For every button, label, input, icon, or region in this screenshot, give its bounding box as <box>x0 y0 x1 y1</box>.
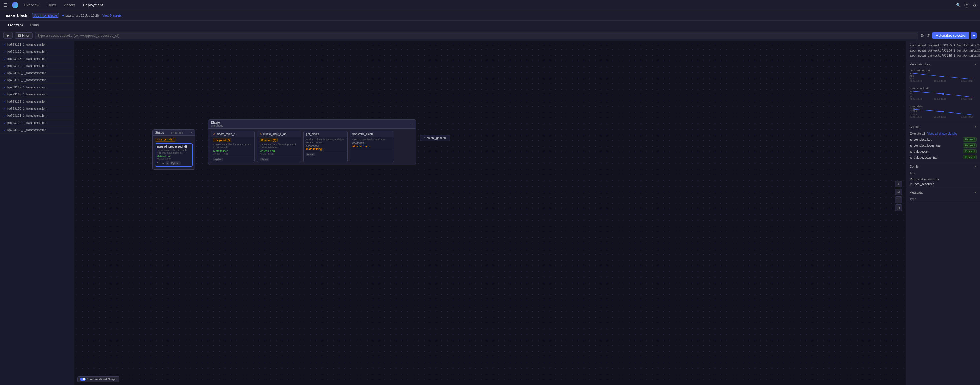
check-status-1: Passed <box>963 143 977 148</box>
search-input[interactable] <box>35 32 918 39</box>
check-row-2: is_unique.key Passed <box>906 148 980 154</box>
view-assets-link[interactable]: View 5 assets <box>102 14 122 17</box>
num-sequences-label: num_sequences <box>906 68 980 72</box>
list-item[interactable]: ↗ kp793112_1_transformation <box>0 48 74 55</box>
asset-name: kp793121_1_transformation <box>7 114 46 117</box>
blaster-nodes: ⚠ create_fasta_n Unsynced (2) Create fas… <box>208 129 416 165</box>
svg-text:20 Jul, 10:29: 20 Jul, 10:29 <box>961 98 974 100</box>
list-item[interactable]: ↗ kp793116_1_transformation <box>0 76 74 84</box>
metadata-type-key: Type <box>910 197 916 201</box>
svg-text:20 Jul, 10:29: 20 Jul, 10:29 <box>934 98 946 100</box>
selected-node-card[interactable]: append_processed_df Keep track of the ge… <box>155 143 192 167</box>
tab-runs[interactable]: Runs <box>27 21 42 30</box>
rows-data-section: rows_data 20 Jul, 10:29 20 Jul, 10:29 20… <box>906 104 980 122</box>
tab-overview[interactable]: Overview <box>5 21 27 30</box>
nav-assets[interactable]: Assets <box>63 3 76 7</box>
check-status-2: Passed <box>963 149 977 153</box>
run-button[interactable]: ▶ <box>3 32 13 39</box>
checks-title: Checks <box>910 125 920 129</box>
toggle-icon <box>80 378 86 381</box>
list-item[interactable]: ↗ kp793111_1_transformation <box>0 41 74 48</box>
refresh-icon[interactable]: ↺ <box>926 33 930 38</box>
checks-header[interactable]: Checks ▾ <box>906 123 980 131</box>
required-resources-subsection: Required resources ◎ local_resource <box>906 176 980 188</box>
svg-text:20 Jul, 10:29: 20 Jul, 10:29 <box>910 80 922 82</box>
metadata-plots-section: Metadata plots ▾ num_sequences 20 Jul, 1… <box>906 60 980 123</box>
hamburger-icon[interactable]: ☰ <box>3 2 7 8</box>
search-icon[interactable]: 🔍 <box>956 3 961 7</box>
node-get-blastn[interactable]: get_blastn Perform blastn between availa… <box>304 131 348 162</box>
lang-get-blastn: Blastn <box>306 153 315 156</box>
list-item[interactable]: ↗ kp793118_1_transformation <box>0 91 74 98</box>
list-item[interactable]: ↗ kp793123_1_transformation <box>0 126 74 134</box>
check-status-3: Passed <box>963 155 977 159</box>
page-title: make_blastn <box>5 13 29 18</box>
view-all-checks-link[interactable]: View all check details <box>927 132 957 135</box>
node-body-fasta: Unsynced (2) Create fasta files for ever… <box>211 137 255 157</box>
asset-ref-item-2[interactable]: input_event_pointer/kp793135_1_transform… <box>906 53 980 58</box>
filter-button[interactable]: ⊟ Filter <box>15 32 33 39</box>
svg-text:1,923.0: 1,923.0 <box>910 110 917 112</box>
rows-data-label: rows_data <box>906 104 980 108</box>
settings-icon-toolbar[interactable]: ⚙ <box>920 33 924 38</box>
asset-name: kp793115_1_transformation <box>7 71 46 75</box>
fit-button[interactable]: ⊡ <box>895 189 902 195</box>
execute-all-btn[interactable]: Execute all <box>910 132 925 135</box>
svg-text:35.0: 35.0 <box>910 75 914 77</box>
close-icon[interactable]: ✕ <box>190 131 192 134</box>
asset-icon: ↗ <box>3 86 6 89</box>
config-title: Config <box>910 165 919 168</box>
asset-name: kp793114_1_transformation <box>7 64 46 67</box>
asset-name: kp793116_1_transformation <box>7 78 46 82</box>
nav-deployment[interactable]: Deployment <box>82 3 104 7</box>
metadata-plots-header[interactable]: Metadata plots ▾ <box>906 60 980 68</box>
compass-button[interactable]: ◎ <box>895 204 902 211</box>
view-as-asset-graph-toggle[interactable]: View as Asset Graph <box>78 377 119 382</box>
materialize-button[interactable]: Materialize selected <box>932 32 969 39</box>
list-item[interactable]: ↗ kp793114_1_transformation <box>0 62 74 70</box>
zoom-in-button[interactable]: + <box>895 181 902 188</box>
node-unsynced-blast-db: Unsynced (2) <box>259 138 278 142</box>
node-transform-blastn[interactable]: transform_blastn Create a genbank Datafr… <box>350 131 394 162</box>
zoom-out-button[interactable]: − <box>895 196 902 203</box>
node-create-blast-n-db[interactable]: ⚠ create_blast_n_db Unsynced (2) Receive… <box>257 131 301 162</box>
right-panel: input_event_pointer/kp793133_1_transform… <box>906 41 980 385</box>
nav-overview[interactable]: Overview <box>23 3 40 7</box>
list-item[interactable]: ↗ kp793120_1_transformation <box>0 105 74 112</box>
check-row-3: is_unique.locus_tag Passed <box>906 154 980 160</box>
svg-text:20 Jul, 10:29: 20 Jul, 10:29 <box>961 80 974 82</box>
asset-ref-item-1[interactable]: input_event_pointer/kp793134_1_transform… <box>906 48 980 53</box>
node-footer-blast-db: Blastn <box>257 157 301 162</box>
asset-ref-item-0[interactable]: input_event_pointer/kp793133_1_transform… <box>906 43 980 48</box>
asset-icon: ↗ <box>3 79 6 82</box>
materialize-chevron[interactable]: ▾ <box>972 32 977 39</box>
node-title-transform-blastn: transform_blastn <box>352 132 374 135</box>
nav-runs[interactable]: Runs <box>46 3 57 7</box>
list-item[interactable]: ↗ kp793121_1_transformation <box>0 112 74 119</box>
job-badge[interactable]: Job in synphage <box>32 13 59 18</box>
list-item[interactable]: ↗ kp793117_1_transformation <box>0 84 74 91</box>
node-status-transform-blastn: Materializing... <box>352 145 391 148</box>
list-item[interactable]: ↗ kp793122_1_transformation <box>0 119 74 126</box>
lang-fasta: Python <box>213 158 223 161</box>
svg-point-13 <box>942 93 944 95</box>
list-item[interactable]: ↗ kp793115_1_transformation <box>0 70 74 76</box>
config-header[interactable]: Config ▾ <box>906 162 980 170</box>
create-genome-node[interactable]: ↗ create_genome <box>420 135 450 141</box>
list-item[interactable]: ↗ kp793113_1_transformation <box>0 55 74 62</box>
graph-canvas[interactable]: Status synphage ✕ ⚠ Unsynced (2) append_… <box>74 41 906 385</box>
svg-text:20 Jul, 10:29: 20 Jul, 10:29 <box>961 116 974 118</box>
list-item[interactable]: ↗ kp793119_1_transformation <box>0 98 74 105</box>
asset-icon: ↗ <box>3 57 6 60</box>
asset-name: kp793119_1_transformation <box>7 100 46 103</box>
metadata-header[interactable]: Metadata ▾ <box>906 188 980 196</box>
asset-name: kp793113_1_transformation <box>7 57 46 60</box>
node-create-fasta-n[interactable]: ⚠ create_fasta_n Unsynced (2) Create fas… <box>210 131 255 162</box>
blaster-minimize-icon[interactable]: − <box>411 122 413 126</box>
toolbar-right: ⚙ ↺ Materialize selected ▾ <box>920 32 977 39</box>
settings-icon[interactable]: ⚙ <box>973 3 977 7</box>
node-desc-transform-blastn: Create a genbank Dataframe <box>352 138 391 141</box>
toggle-label: View as Asset Graph <box>88 378 116 381</box>
node-status-get-blastn: Materializing... <box>306 148 345 151</box>
help-icon[interactable]: ? <box>964 3 969 8</box>
